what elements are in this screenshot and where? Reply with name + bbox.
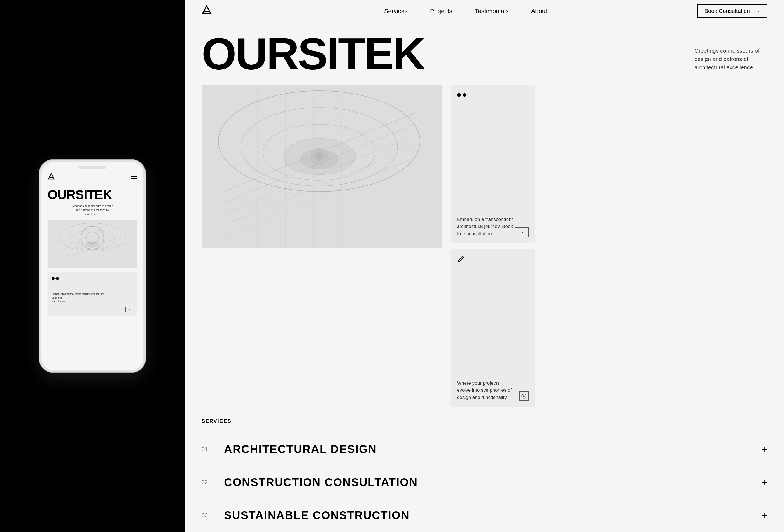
phone-hamburger-icon[interactable]	[131, 176, 137, 179]
book-consultation-label: Book Consultation	[704, 8, 750, 14]
desktop-logo	[202, 5, 212, 17]
service-3-name: SUSTAINABLE CONSTRUCTION	[224, 509, 761, 522]
main-content: Embark on a transcendent architectural j…	[185, 85, 784, 418]
hero-image	[202, 85, 442, 248]
phone-card-diamond-icon	[52, 276, 133, 281]
book-consultation-button[interactable]: Book Consultation →	[697, 4, 767, 18]
desktop-nav: Services Projects Testimonials About Boo…	[185, 0, 784, 22]
phone-nav	[41, 162, 143, 185]
book-consultation-arrow: →	[754, 8, 760, 14]
phone-card-text: Embark on a transcendent architectural j…	[52, 292, 133, 304]
svg-marker-0	[48, 174, 54, 179]
card-2-pencil-icon	[457, 255, 529, 264]
service-2-number: 02	[202, 479, 224, 485]
nav-link-projects[interactable]: Projects	[430, 7, 452, 15]
hero-description: Greetings connoisseurs of design and pat…	[694, 47, 767, 72]
card-1-diamond-icon	[457, 91, 529, 99]
nav-link-about[interactable]: About	[531, 7, 548, 15]
svg-point-37	[523, 395, 525, 397]
services-label: SERVICES	[202, 418, 767, 424]
service-1-number: 01	[202, 446, 224, 452]
nav-link-testimonials[interactable]: Testimonials	[475, 7, 508, 15]
svg-point-5	[78, 236, 106, 249]
phone-content: OURSITEK Greetings connoisseurs of desig…	[41, 185, 143, 370]
svg-point-6	[85, 241, 100, 248]
hero-title: OURSITEK	[202, 34, 678, 74]
service-1-plus: +	[761, 444, 767, 455]
right-panel: Services Projects Testimonials About Boo…	[185, 0, 784, 532]
card-1-body: Embark on a transcendent architectural j…	[457, 216, 529, 237]
right-cards: Embark on a transcendent architectural j…	[451, 85, 535, 407]
service-3-plus: +	[761, 510, 767, 521]
card-projects: Where your projects evolve into symphoni…	[451, 249, 535, 407]
phone-screen: OURSITEK Greetings connoisseurs of desig…	[41, 162, 143, 370]
card-2-button[interactable]	[519, 391, 529, 401]
svg-point-30	[315, 152, 324, 161]
service-2-plus: +	[761, 477, 767, 488]
svg-rect-2	[48, 220, 137, 268]
service-item-1[interactable]: 01 ARCHITECTURAL DESIGN +	[202, 432, 767, 466]
card-consultation: Embark on a transcendent architectural j…	[451, 85, 535, 243]
svg-marker-33	[458, 256, 464, 262]
phone-logo	[48, 173, 55, 182]
desktop-nav-links: Services Projects Testimonials About	[234, 7, 697, 15]
svg-rect-11	[55, 277, 59, 280]
phone-notch	[78, 166, 106, 169]
service-1-name: ARCHITECTURAL DESIGN	[224, 443, 761, 455]
phone-subtitle: Greetings connoisseurs of design and pat…	[70, 204, 115, 217]
hero-section: OURSITEK Greetings connoisseurs of desig…	[185, 22, 784, 85]
card-2-text: Where your projects evolve into symphoni…	[457, 380, 513, 401]
nav-link-services[interactable]: Services	[384, 7, 408, 15]
phone-card: Embark on a transcendent architectural j…	[48, 273, 137, 316]
services-section: SERVICES 01 ARCHITECTURAL DESIGN + 02 CO…	[185, 418, 784, 532]
svg-marker-12	[202, 6, 211, 14]
phone-title: OURSITEK	[48, 188, 137, 201]
left-panel: OURSITEK Greetings connoisseurs of desig…	[0, 0, 185, 532]
card-1-button[interactable]: →	[515, 227, 529, 237]
service-item-2[interactable]: 02 CONSTRUCTION CONSULTATION +	[202, 466, 767, 499]
svg-rect-31	[457, 93, 461, 97]
svg-rect-32	[462, 93, 467, 97]
hero-right: Greetings connoisseurs of design and pat…	[694, 34, 767, 74]
service-item-3[interactable]: 03 SUSTAINABLE CONSTRUCTION +	[202, 499, 767, 532]
service-2-name: CONSTRUCTION CONSULTATION	[224, 476, 761, 488]
service-3-number: 03	[202, 512, 224, 519]
phone-hero-image	[48, 220, 137, 268]
hero-left: OURSITEK	[202, 34, 678, 74]
card-1-text: Embark on a transcendent architectural j…	[457, 216, 513, 237]
phone-mockup: OURSITEK Greetings connoisseurs of desig…	[39, 160, 146, 372]
card-2-body: Where your projects evolve into symphoni…	[457, 380, 529, 401]
svg-rect-10	[52, 277, 55, 280]
phone-btn-arrow[interactable]: →	[125, 307, 133, 312]
phone-card-button[interactable]: →	[52, 307, 133, 312]
